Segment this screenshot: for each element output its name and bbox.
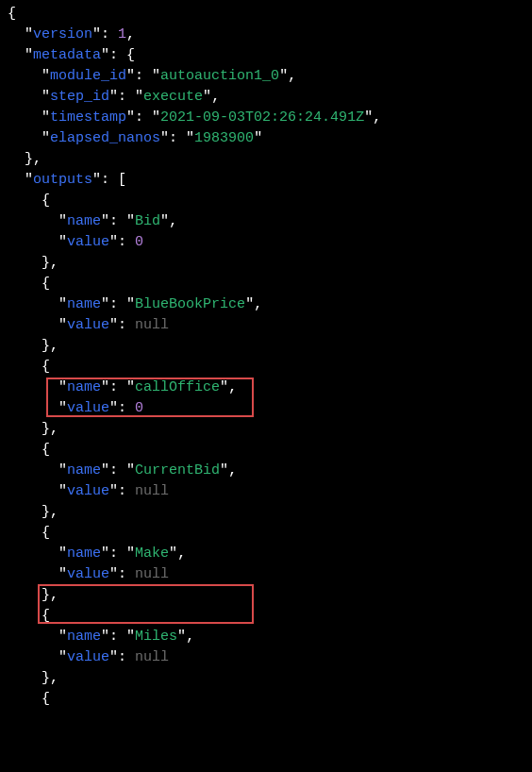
code-block: { "version": 1, "metadata": { "module_id… xyxy=(8,4,524,710)
out4-value: null xyxy=(135,483,169,499)
key-step-id: step_id xyxy=(50,89,109,105)
out4-name: CurrentBid xyxy=(135,462,220,478)
out6-name: Miles xyxy=(135,629,177,645)
key-timestamp: timestamp xyxy=(50,109,126,126)
key-outputs: outputs xyxy=(33,172,92,188)
val-timestamp: 2021-09-03T02:26:24.491Z xyxy=(160,109,364,126)
out2-name: BlueBookPrice xyxy=(135,296,245,312)
out3-name: callOffice xyxy=(135,379,220,395)
out3-value: 0 xyxy=(135,400,143,416)
val-elapsed: 1983900 xyxy=(194,130,254,146)
brace-open: { xyxy=(8,4,524,25)
val-version: 1 xyxy=(118,26,126,42)
out6-value: null xyxy=(135,649,169,665)
val-step-id: execute xyxy=(143,89,203,105)
key-elapsed: elapsed_nanos xyxy=(50,130,160,146)
val-module-id: autoauction1_0 xyxy=(160,68,279,84)
out1-value: 0 xyxy=(135,234,143,250)
key-metadata: metadata xyxy=(33,47,101,63)
out2-value: null xyxy=(135,317,169,333)
out5-value: null xyxy=(135,566,169,582)
key-version: version xyxy=(33,26,92,42)
out5-name: Make xyxy=(135,545,169,562)
key-module-id: module_id xyxy=(50,68,126,84)
out1-name: Bid xyxy=(135,213,160,229)
